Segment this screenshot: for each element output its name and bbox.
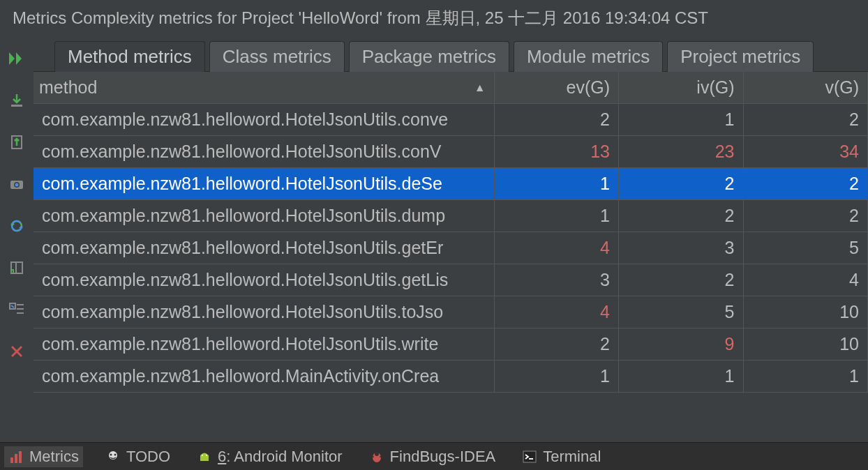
- cell-evg: 3: [494, 264, 619, 296]
- cell-method: com.example.nzw81.helloword.HotelJsonUti…: [33, 136, 494, 168]
- main-area: Method metrics Class metrics Package met…: [0, 36, 868, 442]
- svg-rect-12: [19, 451, 22, 463]
- cell-evg: 13: [494, 136, 619, 168]
- cell-vg: 2: [743, 168, 868, 200]
- cell-vg: 5: [743, 232, 868, 264]
- log-icon[interactable]: [7, 258, 27, 278]
- cell-method: com.example.nzw81.helloword.HotelJsonUti…: [33, 328, 494, 361]
- export-icon[interactable]: [7, 132, 27, 152]
- column-label: ev(G): [567, 77, 611, 98]
- bottom-tab-terminal[interactable]: Terminal: [518, 446, 605, 467]
- cell-ivg: 2: [619, 168, 744, 200]
- snapshot-icon[interactable]: [7, 174, 27, 194]
- cell-method: com.example.nzw81.helloword.HotelJsonUti…: [33, 168, 494, 200]
- content-area: Method metrics Class metrics Package met…: [33, 36, 868, 442]
- cell-method: com.example.nzw81.helloword.HotelJsonUti…: [33, 296, 494, 328]
- cell-vg: 1: [743, 361, 868, 393]
- cell-vg: 2: [743, 104, 868, 136]
- svg-rect-11: [15, 454, 17, 463]
- cell-method: com.example.nzw81.helloword.HotelJsonUti…: [33, 200, 494, 232]
- cell-vg: 34: [743, 136, 868, 168]
- column-header-ivg[interactable]: iv(G): [619, 72, 744, 104]
- cell-method: com.example.nzw81.helloword.HotelJsonUti…: [33, 264, 494, 296]
- table-row[interactable]: com.example.nzw81.helloword.HotelJsonUti…: [33, 264, 868, 296]
- table-row[interactable]: com.example.nzw81.helloword.HotelJsonUti…: [33, 232, 868, 264]
- svg-point-16: [202, 455, 203, 456]
- table-header-row: method ▲ ev(G) iv(G) v(G): [33, 72, 868, 104]
- bottom-tab-label: TODO: [126, 448, 170, 466]
- table-row[interactable]: com.example.nzw81.helloword.HotelJsonUti…: [33, 104, 868, 136]
- cell-evg: 4: [494, 296, 619, 328]
- close-icon[interactable]: [7, 342, 27, 361]
- svg-point-14: [110, 453, 112, 455]
- cell-ivg: 5: [619, 296, 744, 328]
- bottom-tab-label: Terminal: [543, 448, 601, 466]
- bottom-tab-findbugs[interactable]: FindBugs-IDEA: [365, 446, 500, 467]
- todo-icon: [105, 449, 121, 464]
- run-icon[interactable]: [7, 49, 27, 68]
- cell-evg: 4: [494, 232, 619, 264]
- bottom-tab-label: FindBugs-IDEA: [390, 448, 496, 466]
- bottom-tab-metrics[interactable]: Metrics: [4, 446, 83, 467]
- tab-method-metrics[interactable]: Method metrics: [54, 41, 205, 72]
- cell-vg: 10: [743, 296, 868, 328]
- panel-title: Metrics Complexity metrics for Project '…: [0, 0, 868, 36]
- svg-point-19: [375, 452, 379, 456]
- cell-evg: 1: [494, 361, 619, 393]
- tab-module-metrics[interactable]: Module metrics: [514, 41, 663, 72]
- table-row[interactable]: com.example.nzw81.helloword.HotelJsonUti…: [33, 200, 868, 232]
- cell-evg: 2: [494, 104, 619, 136]
- android-icon: [197, 449, 212, 464]
- column-label: v(G): [825, 77, 859, 98]
- import-icon[interactable]: [7, 91, 27, 110]
- svg-rect-0: [11, 105, 22, 107]
- column-label: iv(G): [696, 77, 734, 98]
- cell-ivg: 1: [619, 361, 744, 393]
- bottom-tab-label: Metrics: [29, 448, 79, 466]
- cell-ivg: 2: [619, 200, 744, 232]
- svg-point-17: [206, 455, 207, 456]
- cell-ivg: 9: [619, 328, 744, 361]
- cell-evg: 1: [494, 168, 619, 200]
- sort-ascending-icon: ▲: [474, 82, 486, 94]
- table-row[interactable]: com.example.nzw81.helloword.HotelJsonUti…: [33, 168, 868, 200]
- bottom-tool-bar: Metrics TODO 6: Android Monitor FindBugs…: [0, 442, 868, 470]
- cell-vg: 10: [743, 328, 868, 361]
- svg-point-4: [15, 183, 19, 187]
- svg-rect-22: [523, 451, 536, 462]
- cell-method: com.example.nzw81.helloword.MainActivity…: [33, 361, 494, 393]
- tab-package-metrics[interactable]: Package metrics: [349, 41, 509, 72]
- cell-ivg: 3: [619, 232, 744, 264]
- bar-chart-icon: [8, 449, 24, 464]
- settings-icon[interactable]: [7, 300, 27, 319]
- cell-ivg: 1: [619, 104, 744, 136]
- column-header-method[interactable]: method ▲: [33, 72, 494, 104]
- refresh-icon[interactable]: [7, 216, 27, 236]
- svg-rect-10: [10, 457, 13, 463]
- table-row[interactable]: com.example.nzw81.helloword.HotelJsonUti…: [33, 296, 868, 328]
- svg-point-15: [114, 453, 116, 455]
- cell-method: com.example.nzw81.helloword.HotelJsonUti…: [33, 232, 494, 264]
- bug-icon: [369, 449, 384, 464]
- metrics-table-wrap: method ▲ ev(G) iv(G) v(G) com.example.nz…: [33, 71, 868, 442]
- metrics-table: method ▲ ev(G) iv(G) v(G) com.example.nz…: [33, 72, 868, 393]
- column-label: method: [39, 77, 97, 98]
- cell-ivg: 23: [619, 136, 744, 168]
- table-row[interactable]: com.example.nzw81.helloword.HotelJsonUti…: [33, 328, 868, 361]
- tab-class-metrics[interactable]: Class metrics: [209, 41, 345, 72]
- table-row[interactable]: com.example.nzw81.helloword.HotelJsonUti…: [33, 136, 868, 168]
- table-row[interactable]: com.example.nzw81.helloword.MainActivity…: [33, 361, 868, 393]
- cell-vg: 4: [743, 264, 868, 296]
- cell-evg: 2: [494, 328, 619, 361]
- left-toolbar: [0, 36, 33, 442]
- cell-evg: 1: [494, 200, 619, 232]
- column-header-vg[interactable]: v(G): [743, 72, 868, 104]
- bottom-tab-android-monitor[interactable]: 6: Android Monitor: [193, 446, 347, 467]
- metrics-tabs: Method metrics Class metrics Package met…: [33, 36, 868, 71]
- column-header-evg[interactable]: ev(G): [494, 72, 619, 104]
- cell-method: com.example.nzw81.helloword.HotelJsonUti…: [33, 104, 494, 136]
- cell-vg: 2: [743, 200, 868, 232]
- bottom-tab-todo[interactable]: TODO: [101, 446, 174, 467]
- tab-project-metrics[interactable]: Project metrics: [667, 41, 814, 72]
- cell-ivg: 2: [619, 264, 744, 296]
